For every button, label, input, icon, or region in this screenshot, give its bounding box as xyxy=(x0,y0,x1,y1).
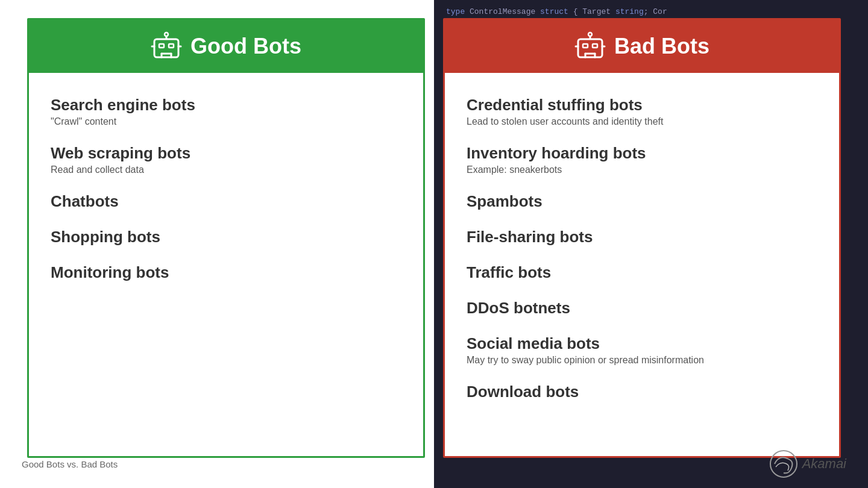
list-item: Traffic bots xyxy=(467,255,817,290)
bot-item-title: File-sharing bots xyxy=(467,228,817,246)
bot-item-subtitle: "Crawl" content xyxy=(51,116,401,127)
list-item: Search engine bots"Crawl" content xyxy=(51,87,401,136)
good-bots-header: Good Bots xyxy=(29,20,423,73)
good-bots-panel: Good Bots Search engine bots"Crawl" cont… xyxy=(27,18,425,458)
bot-item-title: DDoS botnets xyxy=(467,299,817,318)
bot-item-subtitle: Read and collect data xyxy=(51,164,401,175)
bad-bots-title: Bad Bots xyxy=(614,34,709,59)
svg-point-4 xyxy=(165,33,168,36)
list-item: Spambots xyxy=(467,184,817,219)
bot-item-title: Search engine bots xyxy=(51,96,401,114)
bot-item-title: Credential stuffing bots xyxy=(467,96,817,114)
list-item: Social media botsMay try to sway public … xyxy=(467,326,817,374)
good-bots-title: Good Bots xyxy=(190,34,301,59)
bot-item-title: Social media bots xyxy=(467,334,817,353)
list-item: Credential stuffing botsLead to stolen u… xyxy=(467,87,817,136)
good-bot-icon xyxy=(151,31,182,62)
list-item: File-sharing bots xyxy=(467,219,817,255)
bad-bot-icon xyxy=(574,31,606,62)
akamai-logo-icon xyxy=(769,449,799,479)
bot-item-title: Inventory hoarding bots xyxy=(467,144,817,163)
bot-item-subtitle: Example: sneakerbots xyxy=(467,164,817,175)
bot-item-title: Chatbots xyxy=(51,192,401,211)
bad-bots-body: Credential stuffing botsLead to stolen u… xyxy=(445,73,839,424)
list-item: Shopping bots xyxy=(51,219,401,255)
bad-bots-header: Bad Bots xyxy=(445,20,839,73)
footer: Good Bots vs. Bad Bots Akamai xyxy=(0,449,868,479)
main-content: Good Bots Search engine bots"Crawl" cont… xyxy=(0,0,868,488)
bot-item-title: Monitoring bots xyxy=(51,263,401,282)
list-item: Inventory hoarding botsExample: sneakerb… xyxy=(467,136,817,184)
akamai-brand-name: Akamai xyxy=(802,456,846,472)
bot-item-title: Traffic bots xyxy=(467,263,817,282)
svg-rect-12 xyxy=(593,44,597,48)
akamai-logo: Akamai xyxy=(769,449,846,479)
bad-bots-panel: Bad Bots Credential stuffing botsLead to… xyxy=(443,18,841,458)
bot-item-title: Shopping bots xyxy=(51,228,401,246)
svg-rect-11 xyxy=(583,44,588,48)
svg-point-14 xyxy=(588,33,592,36)
list-item: Monitoring bots xyxy=(51,255,401,290)
bot-item-title: Web scraping bots xyxy=(51,144,401,163)
footer-label: Good Bots vs. Bad Bots xyxy=(22,459,118,469)
svg-rect-1 xyxy=(159,44,164,48)
list-item: Chatbots xyxy=(51,184,401,219)
svg-rect-2 xyxy=(169,44,174,48)
good-bots-body: Search engine bots"Crawl" contentWeb scr… xyxy=(29,73,423,305)
bot-item-subtitle: May try to sway public opinion or spread… xyxy=(467,355,817,366)
list-item: Download bots xyxy=(467,374,817,410)
bot-item-subtitle: Lead to stolen user accounts and identit… xyxy=(467,116,817,127)
bot-item-title: Spambots xyxy=(467,192,817,211)
bot-item-title: Download bots xyxy=(467,383,817,401)
list-item: Web scraping botsRead and collect data xyxy=(51,136,401,184)
list-item: DDoS botnets xyxy=(467,290,817,326)
